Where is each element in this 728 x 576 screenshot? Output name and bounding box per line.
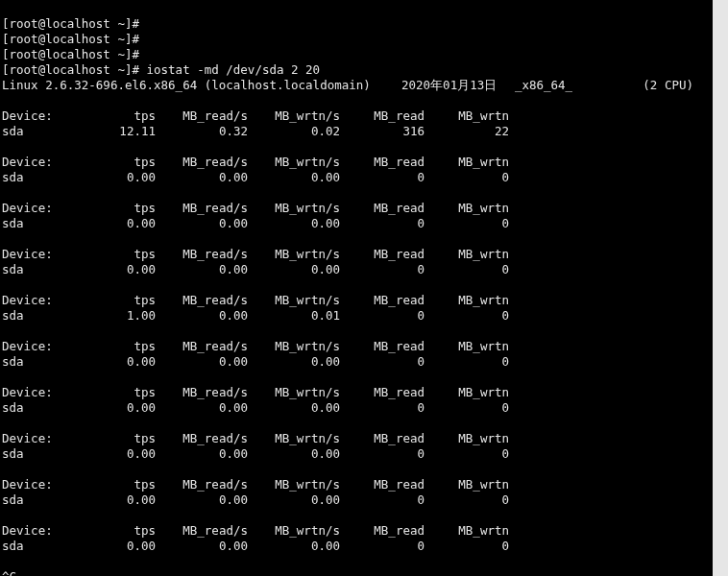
cell-mbread: 0 <box>340 446 425 462</box>
cell-mbwrtns: 0.00 <box>248 354 340 370</box>
iostat-header-row: Device:tpsMB_read/sMB_wrtn/sMB_readMB_wr… <box>2 523 711 539</box>
iostat-header-row: Device:tpsMB_read/sMB_wrtn/sMB_readMB_wr… <box>2 339 711 354</box>
cell-mbwrtns: 0.00 <box>248 492 340 508</box>
scroll-down-icon[interactable]: ⌄ <box>716 561 727 572</box>
cell-mbwrtns: 0.00 <box>248 400 340 416</box>
hdr-mbwrtn: MB_wrtn <box>425 155 509 170</box>
hdr-mbwrtn: MB_wrtn <box>425 385 509 400</box>
cell-device: sda <box>2 400 56 416</box>
hdr-device: Device: <box>2 385 56 400</box>
prompt: [root@localhost ~]# <box>2 47 147 61</box>
cell-device: sda <box>2 354 56 370</box>
cell-mbwrtn: 0 <box>425 354 509 370</box>
interrupt-line: ^C <box>2 569 711 576</box>
hdr-mbread: MB_read <box>340 293 425 308</box>
iostat-data-row: sda0.000.000.0000 <box>2 539 711 554</box>
hdr-mbreads: MB_read/s <box>156 247 248 262</box>
cell-mbwrtns: 0.00 <box>248 539 340 554</box>
cell-mbwrtns: 0.00 <box>248 170 340 185</box>
hdr-mbwrtns: MB_wrtn/s <box>248 385 340 400</box>
terminal-content[interactable]: [root@localhost ~]# [root@localhost ~]# … <box>2 16 711 576</box>
cell-device: sda <box>2 262 56 277</box>
iostat-header-row: Device:tpsMB_read/sMB_wrtn/sMB_readMB_wr… <box>2 155 711 170</box>
iostat-header-row: Device:tpsMB_read/sMB_wrtn/sMB_readMB_wr… <box>2 477 711 492</box>
hdr-tps: tps <box>56 201 156 216</box>
cell-mbreads: 0.00 <box>156 216 248 231</box>
cell-tps: 0.00 <box>56 400 156 416</box>
hdr-device: Device: <box>2 247 56 262</box>
cell-mbreads: 0.00 <box>156 262 248 277</box>
cell-mbreads: 0.00 <box>156 492 248 508</box>
cell-mbreads: 0.00 <box>156 539 248 554</box>
cell-device: sda <box>2 216 56 231</box>
hdr-mbwrtns: MB_wrtn/s <box>248 293 340 308</box>
hdr-mbwrtn: MB_wrtn <box>425 339 509 354</box>
cell-tps: 0.00 <box>56 446 156 462</box>
terminal-window[interactable]: [root@localhost ~]# [root@localhost ~]# … <box>0 0 728 576</box>
hdr-mbwrtn: MB_wrtn <box>425 201 509 216</box>
iostat-data-row: sda1.000.000.0100 <box>2 308 711 324</box>
hdr-tps: tps <box>56 339 156 354</box>
hdr-mbwrtns: MB_wrtn/s <box>248 108 340 124</box>
cell-mbwrtn: 0 <box>425 446 509 462</box>
cell-mbwrtn: 0 <box>425 400 509 416</box>
iostat-header-row: Device:tpsMB_read/sMB_wrtn/sMB_readMB_wr… <box>2 201 711 216</box>
hdr-tps: tps <box>56 523 156 539</box>
hdr-mbwrtns: MB_wrtn/s <box>248 477 340 492</box>
hdr-mbwrtn: MB_wrtn <box>425 477 509 492</box>
hdr-mbreads: MB_read/s <box>156 523 248 539</box>
cell-mbwrtn: 22 <box>425 124 509 139</box>
iostat-header-row: Device:tpsMB_read/sMB_wrtn/sMB_readMB_wr… <box>2 293 711 308</box>
hdr-mbwrtn: MB_wrtn <box>425 247 509 262</box>
iostat-data-row: sda0.000.000.0000 <box>2 400 711 416</box>
hdr-tps: tps <box>56 477 156 492</box>
hdr-mbread: MB_read <box>340 523 425 539</box>
cell-mbread: 316 <box>340 124 425 139</box>
cell-mbwrtns: 0.00 <box>248 262 340 277</box>
cell-mbread: 0 <box>340 262 425 277</box>
hdr-mbwrtns: MB_wrtn/s <box>248 155 340 170</box>
cell-tps: 0.00 <box>56 216 156 231</box>
cell-mbread: 0 <box>340 216 425 231</box>
hdr-device: Device: <box>2 201 56 216</box>
iostat-data-row: sda0.000.000.0000 <box>2 354 711 370</box>
hdr-mbwrtns: MB_wrtn/s <box>248 201 340 216</box>
hdr-device: Device: <box>2 523 56 539</box>
hdr-mbwrtn: MB_wrtn <box>425 523 509 539</box>
hdr-tps: tps <box>56 385 156 400</box>
hdr-device: Device: <box>2 155 56 170</box>
cell-mbread: 0 <box>340 308 425 324</box>
hdr-mbread: MB_read <box>340 155 425 170</box>
cell-device: sda <box>2 446 56 462</box>
cell-mbreads: 0.00 <box>156 170 248 185</box>
cell-tps: 0.00 <box>56 354 156 370</box>
cell-mbwrtn: 0 <box>425 308 509 324</box>
cell-mbwrtn: 0 <box>425 492 509 508</box>
cell-device: sda <box>2 539 56 554</box>
cell-tps: 0.00 <box>56 262 156 277</box>
iostat-data-row: sda0.000.000.0000 <box>2 446 711 462</box>
command-text: iostat -md /dev/sda 2 20 <box>147 62 321 77</box>
prompt: [root@localhost ~]# <box>2 62 147 77</box>
cell-device: sda <box>2 170 56 185</box>
hdr-mbread: MB_read <box>340 339 425 354</box>
hdr-mbwrtn: MB_wrtn <box>425 108 509 124</box>
prompt: [root@localhost ~]# <box>2 32 147 46</box>
hdr-mbread: MB_read <box>340 247 425 262</box>
cell-mbreads: 0.00 <box>156 308 248 324</box>
cell-mbreads: 0.00 <box>156 400 248 416</box>
cell-mbwrtns: 0.02 <box>248 124 340 139</box>
cell-device: sda <box>2 308 56 324</box>
hdr-mbreads: MB_read/s <box>156 201 248 216</box>
hdr-mbwrtns: MB_wrtn/s <box>248 523 340 539</box>
hdr-mbread: MB_read <box>340 201 425 216</box>
hdr-mbreads: MB_read/s <box>156 477 248 492</box>
hdr-mbreads: MB_read/s <box>156 155 248 170</box>
cell-mbwrtn: 0 <box>425 170 509 185</box>
hdr-mbreads: MB_read/s <box>156 431 248 446</box>
cell-tps: 0.00 <box>56 539 156 554</box>
hdr-mbread: MB_read <box>340 385 425 400</box>
hdr-mbwrtns: MB_wrtn/s <box>248 339 340 354</box>
cell-mbreads: 0.00 <box>156 446 248 462</box>
cell-mbread: 0 <box>340 539 425 554</box>
